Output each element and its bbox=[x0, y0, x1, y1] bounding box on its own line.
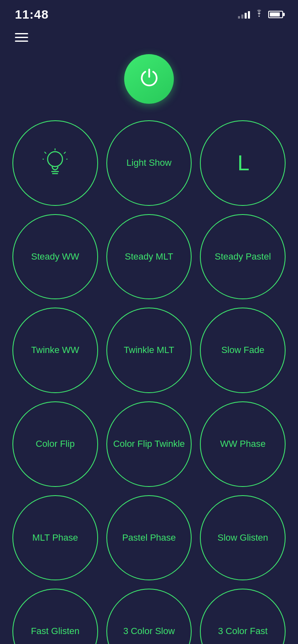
button-mlt-phase[interactable]: MLT Phase bbox=[12, 495, 98, 581]
svg-point-0 bbox=[48, 152, 62, 167]
menu-bar bbox=[0, 25, 298, 50]
button-twinkle-ww[interactable]: Twinke WW bbox=[12, 308, 98, 393]
button-color-flip[interactable]: Color Flip bbox=[12, 401, 98, 487]
svg-line-5 bbox=[64, 152, 65, 153]
power-button[interactable] bbox=[124, 54, 174, 104]
button-ww-phase[interactable]: WW Phase bbox=[200, 401, 286, 487]
button-3-color-fast[interactable]: 3 Color Fast bbox=[200, 589, 286, 644]
hamburger-button[interactable] bbox=[15, 33, 283, 42]
clock-icon: L bbox=[238, 149, 248, 177]
button-light-show[interactable]: Light Show bbox=[106, 120, 192, 206]
lightbulb-icon bbox=[43, 148, 67, 177]
button-steady-mlt[interactable]: Steady MLT bbox=[106, 214, 192, 300]
button-lightbulb[interactable] bbox=[12, 120, 98, 206]
button-slow-fade[interactable]: Slow Fade bbox=[200, 308, 286, 393]
status-time: 11:48 bbox=[15, 7, 49, 21]
button-twinkle-mlt[interactable]: Twinkle MLT bbox=[106, 308, 192, 393]
signal-icon bbox=[238, 10, 250, 19]
status-icons bbox=[238, 10, 283, 20]
button-steady-ww[interactable]: Steady WW bbox=[12, 214, 98, 300]
wifi-icon bbox=[254, 10, 264, 20]
power-section bbox=[124, 54, 174, 104]
button-steady-pastel[interactable]: Steady Pastel bbox=[200, 214, 286, 300]
buttons-grid: Light ShowLSteady WWSteady MLTSteady Pas… bbox=[0, 120, 298, 644]
button-color-flip-twinkle[interactable]: Color Flip Twinkle bbox=[106, 401, 192, 487]
status-bar: 11:48 bbox=[0, 0, 298, 25]
button-fast-glisten[interactable]: Fast Glisten bbox=[12, 589, 98, 644]
button-pastel-phase[interactable]: Pastel Phase bbox=[106, 495, 192, 581]
button-3-color-slow[interactable]: 3 Color Slow bbox=[106, 589, 192, 644]
button-clock[interactable]: L bbox=[200, 120, 286, 206]
battery-icon bbox=[268, 11, 283, 18]
button-slow-glisten[interactable]: Slow Glisten bbox=[200, 495, 286, 581]
svg-line-4 bbox=[45, 152, 46, 153]
power-icon bbox=[138, 65, 161, 93]
